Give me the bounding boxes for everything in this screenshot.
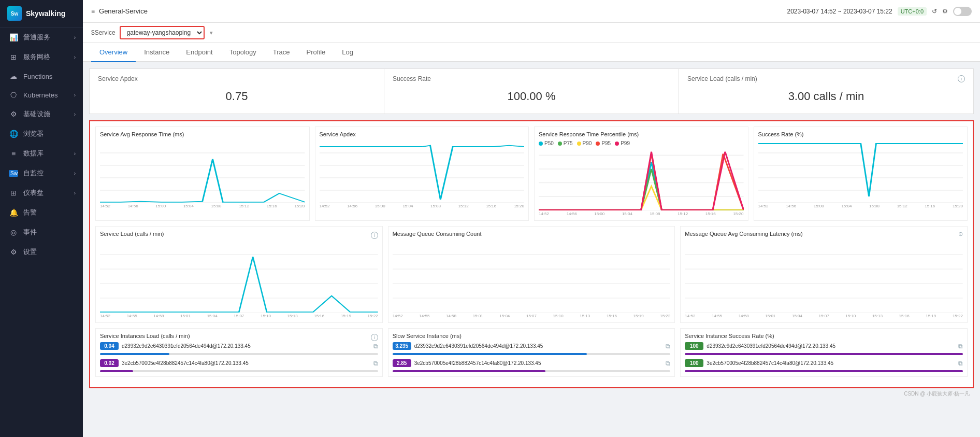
chart-title-row: Service Instances Load (calls / min) i bbox=[100, 333, 378, 342]
copy-icon[interactable]: ⧉ bbox=[666, 343, 670, 350]
refresh-icon[interactable]: ↺ bbox=[932, 8, 937, 15]
tab-log[interactable]: Log bbox=[334, 43, 362, 62]
instance-bar-container bbox=[685, 353, 963, 355]
summary-load-value: 3.00 calls / min bbox=[687, 86, 965, 107]
chart-title: Service Avg Response Time (ms) bbox=[100, 131, 305, 137]
instance-card: 100 3e2cb570005e4f28b882457c14c4fa80@172… bbox=[685, 359, 963, 367]
sidebar-item-label: 数据库 bbox=[23, 149, 69, 158]
instance-name: d23932c9d2e6430391efd20564de494d@172.20.… bbox=[122, 343, 370, 349]
chevron-icon: › bbox=[74, 151, 76, 157]
sidebar-item-general-service[interactable]: 📊 普通服务 › bbox=[0, 27, 83, 47]
info-icon[interactable]: i bbox=[958, 75, 965, 82]
instance-bar bbox=[393, 353, 587, 355]
chart-title: Service Response Time Percentile (ms) bbox=[539, 131, 744, 137]
sidebar-item-label: 普通服务 bbox=[23, 33, 69, 42]
info-icon[interactable]: i bbox=[371, 232, 378, 239]
sidebar-item-self-monitor[interactable]: Sw 自监控 › bbox=[0, 163, 83, 183]
instance-bar bbox=[393, 370, 545, 372]
service-select[interactable]: gateway-yangshaoping bbox=[120, 26, 205, 39]
monitor-icon: Sw bbox=[9, 170, 18, 177]
time-range: 2023-03-07 14:52 ~ 2023-03-07 15:22 bbox=[787, 8, 892, 15]
instance-bar bbox=[100, 370, 133, 372]
sidebar-item-settings[interactable]: ⚙ 设置 bbox=[0, 242, 83, 262]
instance-card: 0.02 3e2cb570005e4f28b882457c14c4fa80@17… bbox=[100, 359, 378, 367]
instance-name: 3e2cb570005e4f28b882457c14c4fa80@172.20.… bbox=[414, 360, 663, 366]
legend-p90: P90 bbox=[577, 140, 592, 146]
copy-icon[interactable]: ⧉ bbox=[958, 343, 963, 350]
summary-load-title: Service Load (calls / min) i bbox=[687, 75, 965, 82]
summary-service-load: Service Load (calls / min) i 3.00 calls … bbox=[679, 69, 973, 114]
sidebar-item-database[interactable]: ≡ 数据库 › bbox=[0, 144, 83, 163]
expand-icon[interactable]: ⊙ bbox=[958, 231, 963, 237]
chart-svg-mq-count bbox=[393, 240, 671, 313]
tab-endpoint[interactable]: Endpoint bbox=[178, 43, 221, 62]
instance-list-slow: 3.235 d23932c9d2e6430391efd20564de494d@1… bbox=[393, 342, 671, 372]
sidebar-item-event[interactable]: ◎ 事件 bbox=[0, 222, 83, 242]
toggle-switch[interactable] bbox=[953, 7, 972, 16]
sidebar-item-alert[interactable]: 🔔 告警 bbox=[0, 203, 83, 222]
chart-title-row: Service Load (calls / min) i bbox=[100, 231, 378, 240]
instance-badge: 3.235 bbox=[393, 342, 411, 350]
sidebar-item-functions[interactable]: ☁ Functions bbox=[0, 67, 83, 86]
summary-success-value: 100.00 % bbox=[393, 86, 670, 107]
sidebar-item-label: 基础设施 bbox=[23, 109, 69, 119]
summary-apdex-value: 0.75 bbox=[98, 86, 376, 107]
dropdown-arrow[interactable]: ▼ bbox=[209, 30, 214, 36]
settings-icon[interactable]: ⚙ bbox=[942, 8, 948, 15]
axis-labels: 14:5214:5615:0015:0415:0815:1215:1615:20 bbox=[100, 204, 305, 208]
chart-success-rate: Success Rate (%) 14:5214:5615:0015:0415 bbox=[754, 126, 968, 221]
sidebar-item-label: 设置 bbox=[23, 247, 76, 257]
tab-trace[interactable]: Trace bbox=[265, 43, 298, 62]
legend-p50: P50 bbox=[539, 140, 554, 146]
copy-icon[interactable]: ⧉ bbox=[666, 360, 670, 367]
instance-bar-container bbox=[100, 370, 378, 372]
settings-icon: ⚙ bbox=[9, 248, 18, 256]
copy-icon[interactable]: ⧉ bbox=[958, 360, 963, 367]
sidebar-item-browser[interactable]: 🌐 浏览器 bbox=[0, 124, 83, 144]
summary-success-rate: Success Rate 100.00 % bbox=[384, 69, 679, 114]
info-icon[interactable]: i bbox=[371, 334, 378, 341]
browser-icon: 🌐 bbox=[9, 130, 18, 138]
charts-row-1: Service Avg Response Time (ms) 14:5214: bbox=[95, 126, 968, 221]
tabs: Overview Instance Endpoint Topology Trac… bbox=[83, 43, 980, 62]
instance-bar-container bbox=[100, 353, 378, 355]
breadcrumb: General-Service bbox=[99, 7, 148, 15]
legend-p99: P99 bbox=[615, 140, 630, 146]
tab-instance[interactable]: Instance bbox=[136, 43, 178, 62]
chart-svg-percentile bbox=[539, 148, 744, 210]
dashboard-container: Service Avg Response Time (ms) 14:5214: bbox=[89, 120, 974, 388]
tab-overview[interactable]: Overview bbox=[91, 43, 136, 62]
sidebar-item-label: 自监控 bbox=[23, 168, 69, 178]
logo-icon: Sw bbox=[7, 6, 22, 21]
cloud-icon: ☁ bbox=[9, 72, 18, 80]
chart-title: Service Instances Load (calls / min) bbox=[100, 333, 190, 339]
tab-topology[interactable]: Topology bbox=[221, 43, 265, 62]
copy-icon[interactable]: ⧉ bbox=[373, 360, 378, 367]
sidebar-item-service-mesh[interactable]: ⊞ 服务网格 › bbox=[0, 47, 83, 67]
chevron-icon: › bbox=[74, 190, 76, 196]
menu-icon: ≡ bbox=[91, 8, 95, 15]
axis-labels: 14:5214:5514:5815:0115:0415:0715:1015:13… bbox=[100, 314, 378, 318]
sidebar-item-infrastructure[interactable]: ⚙ 基础设施 › bbox=[0, 104, 83, 124]
instance-bar-container bbox=[393, 370, 671, 372]
topbar-left: ≡ General-Service bbox=[91, 7, 148, 15]
axis-labels: 14:5214:5514:5815:0115:0415:0715:1015:13… bbox=[685, 314, 963, 318]
topbar: ≡ General-Service 2023-03-07 14:52 ~ 202… bbox=[83, 0, 980, 23]
instance-name: 3e2cb570005e4f28b882457c14c4fa80@172.20.… bbox=[122, 360, 370, 366]
chart-slow-instance: Slow Service Instance (ms) 3.235 d23932c… bbox=[388, 328, 675, 377]
k8s-icon: ⎔ bbox=[9, 91, 18, 99]
app-name: Skywalking bbox=[26, 9, 65, 18]
copy-icon[interactable]: ⧉ bbox=[373, 343, 378, 350]
infra-icon: ⚙ bbox=[9, 110, 18, 118]
chevron-icon: › bbox=[74, 92, 76, 98]
db-icon: ≡ bbox=[9, 149, 18, 158]
instance-badge: 0.02 bbox=[100, 359, 119, 367]
sidebar-item-dashboard[interactable]: ⊞ 仪表盘 › bbox=[0, 183, 83, 203]
instance-bar bbox=[685, 370, 963, 372]
tab-profile[interactable]: Profile bbox=[298, 43, 334, 62]
chart-title: Service Load (calls / min) bbox=[100, 231, 164, 237]
sidebar-item-kubernetes[interactable]: ⎔ Kubernetes › bbox=[0, 86, 83, 104]
chart-service-apdex: Service Apdex 14:5214:5615:0015:0415:08 bbox=[315, 126, 529, 221]
instance-name: d23932c9d2e6430391efd20564de494d@172.20.… bbox=[707, 343, 955, 349]
chevron-icon: › bbox=[74, 54, 76, 60]
